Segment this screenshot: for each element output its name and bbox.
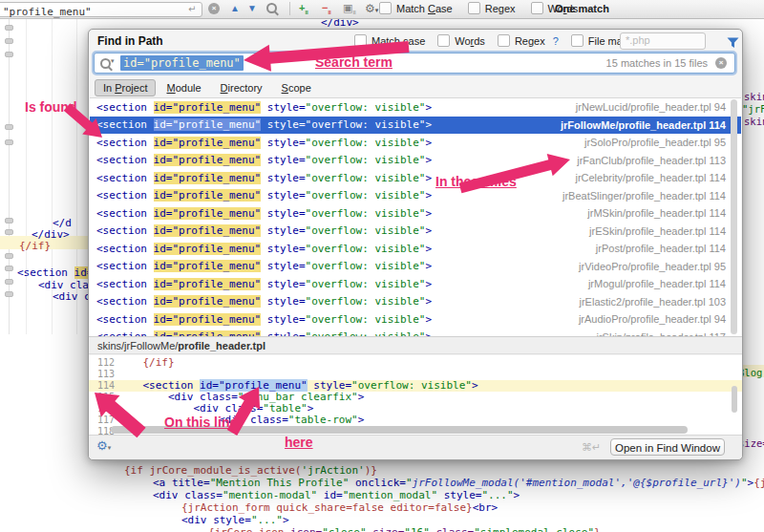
find-all-icon[interactable]	[266, 3, 277, 13]
regex-label: Regex	[485, 3, 516, 14]
match-text: <section id="profile_menu" style="overfl…	[96, 243, 432, 255]
path-file: profile_header.tpl	[178, 340, 265, 351]
gutter-marker	[5, 279, 13, 285]
code-line: skin="	[744, 91, 764, 102]
preview-line: 112 {/if}	[89, 357, 742, 369]
clear-search-icon[interactable]: ×	[715, 57, 727, 69]
result-row[interactable]: <section id="profile_menu" style="overfl…	[90, 117, 741, 135]
tab-module[interactable]: Module	[158, 79, 209, 96]
result-file: jrElastic2/profile_header.tpl 103	[580, 296, 726, 308]
tab-directory[interactable]: Directory	[212, 79, 271, 96]
search-settings-gear-icon[interactable]: ⚙▾	[365, 2, 378, 15]
match-text: <section id="profile_menu" style="overfl…	[96, 101, 432, 114]
dialog-options: Match case Words Regex? File mask:	[354, 34, 636, 47]
gutter-marker	[5, 266, 13, 271]
code-line: "jrFol	[742, 103, 764, 115]
scope-tabs: In ProjectModuleDirectoryScope	[95, 79, 320, 96]
checkbox-box[interactable]	[437, 34, 450, 47]
dialog-title: Find in Path	[97, 34, 163, 48]
match-text: <section id="profile_menu" style="overfl…	[96, 260, 432, 272]
find-in-path-dialog: Find in Path Match case Words Regex? Fil…	[88, 29, 743, 460]
result-row[interactable]: <section id="profile_menu" style="overfl…	[90, 310, 741, 329]
editor-find-input[interactable]: "profile_menu" ↵	[0, 2, 202, 17]
checkbox-box[interactable]	[531, 2, 543, 14]
code-line: {jrCore_icon icon="close" size="16" clas…	[208, 526, 601, 532]
result-file: jrBeatSlinger/profile_header.tpl 114	[562, 190, 726, 202]
find-query-input[interactable]: ▾ id="profile_menu" 15 matches in 15 fil…	[94, 53, 735, 74]
code-line: <div class="mention-modal" id="mention_m…	[153, 489, 520, 501]
result-row[interactable]: <section id="profile_menu" style="overfl…	[90, 169, 741, 187]
result-row[interactable]: <section id="profile_menu" style="overfl…	[90, 275, 741, 293]
search-history-caret-icon[interactable]: ▾	[111, 57, 115, 65]
open-in-find-window-button[interactable]: Open in Find Window	[610, 438, 725, 456]
regex-help-link[interactable]: ?	[553, 35, 559, 47]
result-row[interactable]: <section id="profile_menu" style="overfl…	[90, 258, 741, 276]
code-line: <div c	[53, 290, 88, 303]
result-row[interactable]: <section id="profile_menu" style="overfl…	[90, 240, 741, 258]
match-case-label: Match case	[371, 35, 425, 47]
remove-selection-icon[interactable]: −II	[322, 2, 331, 15]
result-row[interactable]: <section id="profile_menu" style="overfl…	[90, 134, 741, 152]
preview-file-path: skins/jrFollowMe/profile_header.tpl	[89, 336, 742, 354]
match-text: <section id="profile_menu" style="overfl…	[96, 118, 432, 131]
dialog-footer: ⚙▾ ⌘↵ Open in Find Window	[89, 435, 742, 459]
match-text: <section id="profile_menu" style="overfl…	[96, 137, 432, 149]
result-file: jrFanClub/profile_header.tpl 113	[577, 155, 726, 166]
add-selection-icon[interactable]: +II	[299, 2, 308, 15]
match-count-status: One match	[555, 3, 609, 14]
code-line: <section id="profile_menu"	[17, 266, 88, 279]
select-all-occurrences-icon[interactable]: ▣II	[343, 2, 356, 15]
next-occurrence-icon[interactable]: ▼	[247, 3, 257, 14]
checkbox-box[interactable]	[354, 34, 367, 47]
words-label: Words	[455, 35, 485, 47]
code-line: <div style="...">	[181, 514, 289, 526]
code-line: skin="	[744, 116, 764, 127]
preview-vertical-scrollbar[interactable]	[732, 386, 737, 413]
gutter-marker	[5, 25, 13, 31]
preview-code: {/if}	[117, 357, 175, 369]
gutter-marker	[5, 229, 13, 235]
file-mask-combo[interactable]: *.php	[620, 32, 706, 50]
editor-find-options: Match Case Regex Words	[379, 2, 578, 14]
regex-checkbox[interactable]: Regex?	[498, 34, 559, 47]
result-row[interactable]: <section id="profile_menu" style="overfl…	[90, 98, 741, 117]
clear-search-icon[interactable]: ×	[208, 3, 220, 14]
enter-icon: ↵	[188, 4, 196, 14]
annotation-here: here	[285, 435, 313, 450]
editor-find-query: "profile_menu"	[3, 6, 92, 18]
result-file: jrFollowMe/profile_header.tpl 114	[561, 119, 726, 131]
tab-in-project[interactable]: In Project	[95, 79, 156, 96]
checkbox-box[interactable]	[468, 2, 480, 14]
search-icon[interactable]	[100, 58, 111, 69]
result-row[interactable]: <section id="profile_menu" style="overfl…	[90, 223, 741, 241]
result-row[interactable]: <section id="profile_menu" style="overfl…	[90, 293, 741, 311]
match-case-checkbox[interactable]: Match Case	[379, 2, 453, 14]
match-text: <section id="profile_menu" style="overfl…	[96, 154, 432, 166]
result-row[interactable]: <section id="profile_menu" style="overfl…	[90, 204, 741, 223]
annotation-in-these-files: In these files	[435, 174, 517, 189]
code-line: {/if}	[19, 240, 51, 252]
regex-checkbox[interactable]: Regex	[468, 2, 516, 14]
code-line: <a title="Mention This Profile" onclick=…	[153, 477, 764, 489]
result-file: jrPost/profile_header.tpl 114	[596, 243, 726, 254]
previous-occurrence-icon[interactable]: ▲	[230, 3, 240, 14]
words-checkbox[interactable]: Words	[437, 34, 485, 47]
match-text: <section id="profile_menu" style="overfl…	[96, 224, 432, 237]
filter-funnel-icon[interactable]	[727, 35, 739, 53]
checkbox-box[interactable]	[571, 34, 584, 47]
annotation-on-this-line: On this line	[164, 415, 237, 430]
results-list[interactable]: <section id="profile_menu" style="overfl…	[90, 97, 741, 337]
checkbox-box[interactable]	[379, 2, 392, 14]
results-scrollbar[interactable]	[731, 99, 737, 334]
settings-gear-icon[interactable]: ⚙▾	[96, 438, 111, 453]
tab-scope[interactable]: Scope	[273, 79, 320, 96]
preview-code: <div class="table-row">	[117, 415, 364, 426]
match-text: <section id="profile_menu" style="overfl…	[96, 207, 432, 220]
find-query-selected-text: id="profile_menu"	[120, 55, 244, 71]
match-case-checkbox[interactable]: Match case	[354, 34, 425, 47]
checkbox-box[interactable]	[498, 34, 510, 47]
gutter-marker	[5, 124, 13, 130]
result-row[interactable]: <section id="profile_menu" style="overfl…	[90, 152, 741, 170]
regex-label: Regex	[515, 35, 545, 47]
result-row[interactable]: <section id="profile_menu" style="overfl…	[90, 187, 741, 205]
